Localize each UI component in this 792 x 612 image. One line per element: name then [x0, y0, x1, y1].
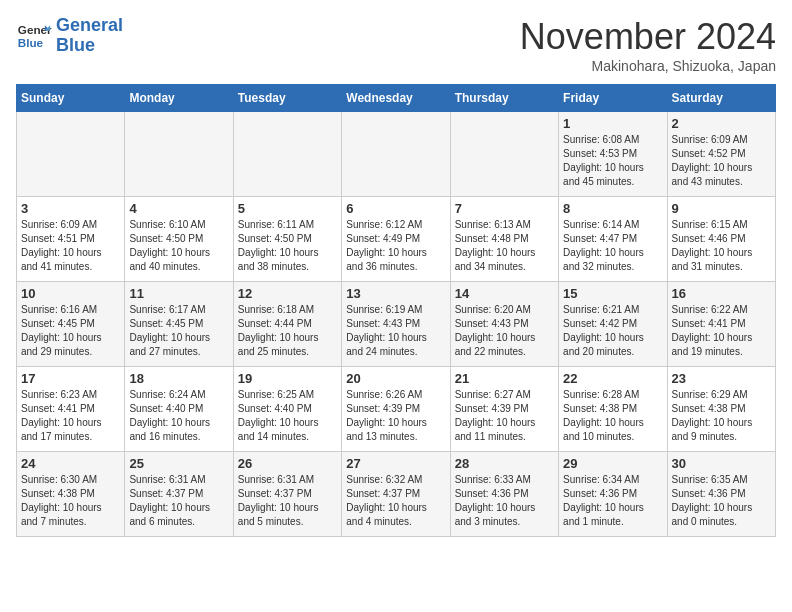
location: Makinohara, Shizuoka, Japan: [520, 58, 776, 74]
day-number: 16: [672, 286, 771, 301]
day-number: 28: [455, 456, 554, 471]
calendar-cell: [342, 112, 450, 197]
day-number: 5: [238, 201, 337, 216]
calendar-cell: 14Sunrise: 6:20 AMSunset: 4:43 PMDayligh…: [450, 282, 558, 367]
calendar-week-4: 24Sunrise: 6:30 AMSunset: 4:38 PMDayligh…: [17, 452, 776, 537]
day-info: Sunrise: 6:16 AMSunset: 4:45 PMDaylight:…: [21, 303, 120, 359]
day-info: Sunrise: 6:26 AMSunset: 4:39 PMDaylight:…: [346, 388, 445, 444]
calendar-table: SundayMondayTuesdayWednesdayThursdayFrid…: [16, 84, 776, 537]
calendar-cell: 11Sunrise: 6:17 AMSunset: 4:45 PMDayligh…: [125, 282, 233, 367]
day-number: 7: [455, 201, 554, 216]
calendar-cell: 13Sunrise: 6:19 AMSunset: 4:43 PMDayligh…: [342, 282, 450, 367]
header-saturday: Saturday: [667, 85, 775, 112]
day-number: 18: [129, 371, 228, 386]
calendar-cell: 17Sunrise: 6:23 AMSunset: 4:41 PMDayligh…: [17, 367, 125, 452]
day-info: Sunrise: 6:25 AMSunset: 4:40 PMDaylight:…: [238, 388, 337, 444]
day-info: Sunrise: 6:30 AMSunset: 4:38 PMDaylight:…: [21, 473, 120, 529]
day-number: 17: [21, 371, 120, 386]
day-info: Sunrise: 6:34 AMSunset: 4:36 PMDaylight:…: [563, 473, 662, 529]
month-title: November 2024: [520, 16, 776, 58]
day-info: Sunrise: 6:27 AMSunset: 4:39 PMDaylight:…: [455, 388, 554, 444]
calendar-cell: 27Sunrise: 6:32 AMSunset: 4:37 PMDayligh…: [342, 452, 450, 537]
calendar-header-row: SundayMondayTuesdayWednesdayThursdayFrid…: [17, 85, 776, 112]
calendar-cell: 21Sunrise: 6:27 AMSunset: 4:39 PMDayligh…: [450, 367, 558, 452]
day-number: 1: [563, 116, 662, 131]
day-info: Sunrise: 6:22 AMSunset: 4:41 PMDaylight:…: [672, 303, 771, 359]
calendar-body: 1Sunrise: 6:08 AMSunset: 4:53 PMDaylight…: [17, 112, 776, 537]
day-number: 8: [563, 201, 662, 216]
day-number: 26: [238, 456, 337, 471]
calendar-cell: [125, 112, 233, 197]
day-number: 9: [672, 201, 771, 216]
calendar-week-3: 17Sunrise: 6:23 AMSunset: 4:41 PMDayligh…: [17, 367, 776, 452]
calendar-cell: 24Sunrise: 6:30 AMSunset: 4:38 PMDayligh…: [17, 452, 125, 537]
day-number: 15: [563, 286, 662, 301]
header-friday: Friday: [559, 85, 667, 112]
calendar-cell: 12Sunrise: 6:18 AMSunset: 4:44 PMDayligh…: [233, 282, 341, 367]
day-info: Sunrise: 6:15 AMSunset: 4:46 PMDaylight:…: [672, 218, 771, 274]
day-number: 13: [346, 286, 445, 301]
calendar-cell: 16Sunrise: 6:22 AMSunset: 4:41 PMDayligh…: [667, 282, 775, 367]
day-number: 24: [21, 456, 120, 471]
calendar-cell: 3Sunrise: 6:09 AMSunset: 4:51 PMDaylight…: [17, 197, 125, 282]
calendar-cell: 5Sunrise: 6:11 AMSunset: 4:50 PMDaylight…: [233, 197, 341, 282]
calendar-cell: 7Sunrise: 6:13 AMSunset: 4:48 PMDaylight…: [450, 197, 558, 282]
calendar-cell: 28Sunrise: 6:33 AMSunset: 4:36 PMDayligh…: [450, 452, 558, 537]
calendar-cell: 1Sunrise: 6:08 AMSunset: 4:53 PMDaylight…: [559, 112, 667, 197]
day-info: Sunrise: 6:09 AMSunset: 4:52 PMDaylight:…: [672, 133, 771, 189]
header-wednesday: Wednesday: [342, 85, 450, 112]
title-block: November 2024 Makinohara, Shizuoka, Japa…: [520, 16, 776, 74]
calendar-cell: 6Sunrise: 6:12 AMSunset: 4:49 PMDaylight…: [342, 197, 450, 282]
calendar-cell: 20Sunrise: 6:26 AMSunset: 4:39 PMDayligh…: [342, 367, 450, 452]
calendar-cell: 10Sunrise: 6:16 AMSunset: 4:45 PMDayligh…: [17, 282, 125, 367]
day-info: Sunrise: 6:09 AMSunset: 4:51 PMDaylight:…: [21, 218, 120, 274]
day-info: Sunrise: 6:10 AMSunset: 4:50 PMDaylight:…: [129, 218, 228, 274]
calendar-cell: 26Sunrise: 6:31 AMSunset: 4:37 PMDayligh…: [233, 452, 341, 537]
calendar-cell: [450, 112, 558, 197]
day-info: Sunrise: 6:20 AMSunset: 4:43 PMDaylight:…: [455, 303, 554, 359]
calendar-cell: 29Sunrise: 6:34 AMSunset: 4:36 PMDayligh…: [559, 452, 667, 537]
calendar-week-2: 10Sunrise: 6:16 AMSunset: 4:45 PMDayligh…: [17, 282, 776, 367]
day-number: 4: [129, 201, 228, 216]
header-sunday: Sunday: [17, 85, 125, 112]
day-info: Sunrise: 6:32 AMSunset: 4:37 PMDaylight:…: [346, 473, 445, 529]
day-number: 23: [672, 371, 771, 386]
day-number: 27: [346, 456, 445, 471]
day-number: 2: [672, 116, 771, 131]
day-info: Sunrise: 6:24 AMSunset: 4:40 PMDaylight:…: [129, 388, 228, 444]
day-info: Sunrise: 6:11 AMSunset: 4:50 PMDaylight:…: [238, 218, 337, 274]
calendar-cell: 4Sunrise: 6:10 AMSunset: 4:50 PMDaylight…: [125, 197, 233, 282]
day-number: 12: [238, 286, 337, 301]
header-monday: Monday: [125, 85, 233, 112]
calendar-cell: 23Sunrise: 6:29 AMSunset: 4:38 PMDayligh…: [667, 367, 775, 452]
calendar-cell: 18Sunrise: 6:24 AMSunset: 4:40 PMDayligh…: [125, 367, 233, 452]
day-info: Sunrise: 6:23 AMSunset: 4:41 PMDaylight:…: [21, 388, 120, 444]
svg-text:Blue: Blue: [18, 36, 44, 49]
day-info: Sunrise: 6:31 AMSunset: 4:37 PMDaylight:…: [129, 473, 228, 529]
calendar-cell: 8Sunrise: 6:14 AMSunset: 4:47 PMDaylight…: [559, 197, 667, 282]
day-number: 11: [129, 286, 228, 301]
logo-text: GeneralBlue: [56, 16, 123, 56]
calendar-cell: 30Sunrise: 6:35 AMSunset: 4:36 PMDayligh…: [667, 452, 775, 537]
day-info: Sunrise: 6:08 AMSunset: 4:53 PMDaylight:…: [563, 133, 662, 189]
header-thursday: Thursday: [450, 85, 558, 112]
calendar-cell: 15Sunrise: 6:21 AMSunset: 4:42 PMDayligh…: [559, 282, 667, 367]
day-info: Sunrise: 6:21 AMSunset: 4:42 PMDaylight:…: [563, 303, 662, 359]
day-number: 19: [238, 371, 337, 386]
day-number: 25: [129, 456, 228, 471]
calendar-cell: 22Sunrise: 6:28 AMSunset: 4:38 PMDayligh…: [559, 367, 667, 452]
day-info: Sunrise: 6:14 AMSunset: 4:47 PMDaylight:…: [563, 218, 662, 274]
calendar-cell: 2Sunrise: 6:09 AMSunset: 4:52 PMDaylight…: [667, 112, 775, 197]
day-info: Sunrise: 6:18 AMSunset: 4:44 PMDaylight:…: [238, 303, 337, 359]
header-tuesday: Tuesday: [233, 85, 341, 112]
day-number: 30: [672, 456, 771, 471]
day-number: 3: [21, 201, 120, 216]
day-number: 21: [455, 371, 554, 386]
calendar-week-1: 3Sunrise: 6:09 AMSunset: 4:51 PMDaylight…: [17, 197, 776, 282]
day-info: Sunrise: 6:35 AMSunset: 4:36 PMDaylight:…: [672, 473, 771, 529]
day-info: Sunrise: 6:29 AMSunset: 4:38 PMDaylight:…: [672, 388, 771, 444]
page-header: General Blue GeneralBlue November 2024 M…: [16, 16, 776, 74]
day-number: 20: [346, 371, 445, 386]
calendar-cell: 25Sunrise: 6:31 AMSunset: 4:37 PMDayligh…: [125, 452, 233, 537]
day-number: 6: [346, 201, 445, 216]
